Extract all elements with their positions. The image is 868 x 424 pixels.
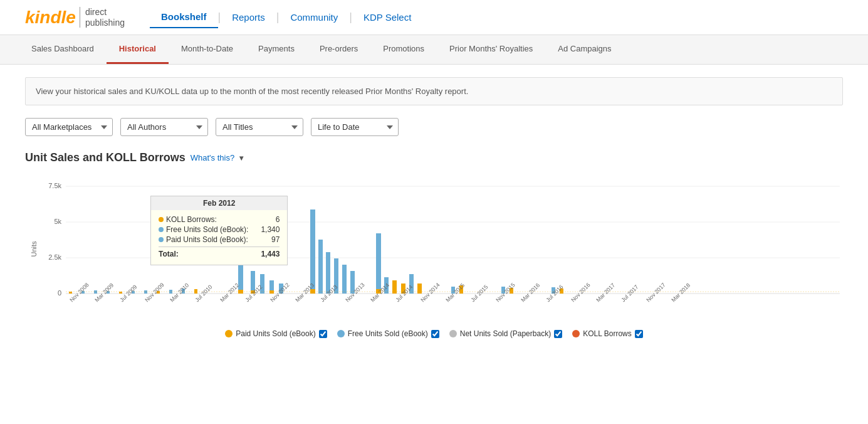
- x-label-2013-11: Nov 2013: [344, 282, 365, 303]
- titles-filter[interactable]: All Titles: [216, 118, 303, 136]
- x-label-2018-3: Mar 2018: [670, 282, 691, 303]
- y-axis-label: Units: [30, 241, 38, 257]
- y-label-2500: 2.5k: [48, 253, 61, 261]
- legend-free-checkbox[interactable]: [431, 330, 439, 338]
- legend-koll-dot: [572, 330, 580, 337]
- x-label-2016-3: Mar 2016: [520, 282, 541, 303]
- legend-free-dot: [337, 330, 345, 337]
- dropdown-arrow-icon[interactable]: ▾: [239, 154, 243, 162]
- legend-paperback-checkbox[interactable]: [554, 330, 562, 338]
- legend-koll-label: KOLL Borrows: [583, 329, 632, 338]
- tab-pre-orders[interactable]: Pre-orders: [307, 35, 370, 64]
- chart-svg: 7.5k 5k 2.5k 0 Units: [25, 177, 843, 321]
- legend-koll: KOLL Borrows: [572, 329, 643, 338]
- chart-container: 7.5k 5k 2.5k 0 Units: [25, 177, 843, 338]
- legend-free-label: Free Units Sold (eBook): [348, 329, 428, 338]
- bar-free-2012-jul: [238, 196, 243, 294]
- bar-free-2013-aug: [318, 240, 323, 294]
- filters: All Marketplaces All Authors All Titles …: [25, 118, 843, 136]
- info-text: View your historical sales and KU/KOLL d…: [36, 87, 468, 96]
- header: kindle direct publishing Bookshelf | Rep…: [0, 0, 868, 35]
- y-label-7500: 7.5k: [48, 182, 61, 189]
- bar-free-2013-nov: [342, 265, 347, 294]
- y-label-0: 0: [58, 289, 61, 297]
- logo-dp-text: direct publishing: [80, 7, 125, 28]
- legend-koll-checkbox[interactable]: [635, 330, 643, 338]
- bar-free-2014-mar: [376, 233, 381, 294]
- legend-paid-ebook: Paid Units Sold (eBook): [225, 329, 327, 338]
- legend-paperback-dot: [449, 330, 457, 337]
- x-label-2016-11: Nov 2016: [570, 282, 591, 303]
- legend-paid-dot: [225, 330, 233, 337]
- tab-promotions[interactable]: Promotions: [370, 35, 437, 64]
- x-label-2017-3: Mar 2017: [595, 282, 616, 303]
- tab-historical[interactable]: Historical: [107, 35, 169, 64]
- nav-bookshelf[interactable]: Bookshelf: [150, 6, 218, 28]
- x-label-2012-3: Mar 2012: [219, 282, 240, 303]
- tabs-bar: Sales Dashboard Historical Month-to-Date…: [0, 35, 868, 65]
- tab-ad-campaigns[interactable]: Ad Campaigns: [545, 35, 624, 64]
- legend-paid-checkbox[interactable]: [319, 330, 327, 338]
- tab-sales-dashboard[interactable]: Sales Dashboard: [19, 35, 107, 64]
- legend-paid-label: Paid Units Sold (eBook): [236, 329, 315, 338]
- tab-month-to-date[interactable]: Month-to-Date: [169, 35, 246, 64]
- logo-kindle-text: kindle: [25, 8, 76, 28]
- bar-paid-2014-aug: [417, 284, 422, 294]
- nav-community[interactable]: Community: [279, 7, 349, 28]
- x-label-2017-11: Nov 2017: [645, 282, 666, 303]
- nav-kdp-select[interactable]: KDP Select: [352, 7, 422, 28]
- period-filter[interactable]: Life to Date: [311, 118, 399, 136]
- legend-free-ebook: Free Units Sold (eBook): [337, 329, 439, 338]
- x-label-2014-11: Nov 2014: [419, 282, 441, 303]
- legend-paperback: Net Units Sold (Paperback): [449, 329, 562, 338]
- nav-reports[interactable]: Reports: [221, 7, 276, 28]
- main-content: View your historical sales and KU/KOLL d…: [0, 65, 868, 351]
- y-label-5000: 5k: [54, 218, 61, 225]
- logo: kindle direct publishing: [25, 7, 125, 28]
- bar-free-2013-jul: [310, 209, 315, 294]
- bar-free-2013-sep: [326, 252, 330, 294]
- main-nav: Bookshelf | Reports | Community | KDP Se…: [150, 6, 422, 28]
- whats-this-link[interactable]: What's this?: [191, 153, 234, 162]
- chart-legend: Paid Units Sold (eBook) Free Units Sold …: [25, 329, 843, 338]
- legend-paperback-label: Net Units Sold (Paperback): [460, 329, 551, 338]
- authors-filter[interactable]: All Authors: [120, 118, 208, 136]
- marketplace-filter[interactable]: All Marketplaces: [25, 118, 113, 136]
- info-box: View your historical sales and KU/KOLL d…: [25, 77, 843, 105]
- chart-title-text: Unit Sales and KOLL Borrows: [25, 151, 186, 164]
- chart-svg-wrap: 7.5k 5k 2.5k 0 Units: [25, 177, 843, 323]
- tab-prior-months-royalties[interactable]: Prior Months' Royalties: [437, 35, 545, 64]
- tab-payments[interactable]: Payments: [246, 35, 307, 64]
- chart-title-area: Unit Sales and KOLL Borrows What's this?…: [25, 151, 843, 164]
